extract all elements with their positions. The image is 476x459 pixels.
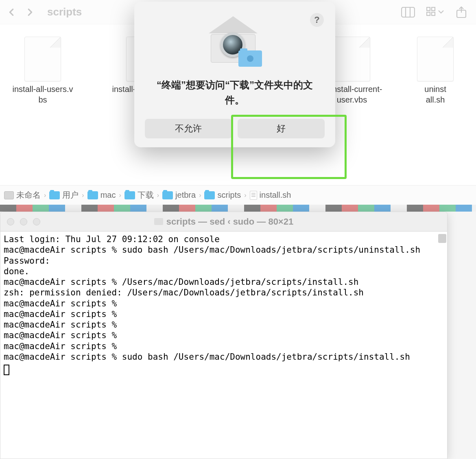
- forward-icon[interactable]: [25, 8, 34, 17]
- pathbar-label: jetbra: [175, 190, 196, 200]
- svg-rect-5: [427, 12, 430, 15]
- file-item[interactable]: uninstall.sh: [419, 37, 452, 185]
- folder-icon: [204, 191, 215, 199]
- finder-pathbar: 未命名› 用户› mac› 下载› jetbra› scripts› insta…: [0, 185, 476, 205]
- pathbar-segment[interactable]: jetbra: [162, 190, 196, 200]
- pathbar-segment[interactable]: install.sh: [250, 190, 291, 200]
- share-icon[interactable]: [456, 6, 467, 18]
- app-icon: ↓: [208, 16, 261, 69]
- pathbar-segment[interactable]: 用户: [49, 190, 79, 201]
- pathbar-label: mac: [100, 190, 116, 200]
- view-grid-icon[interactable]: [426, 7, 444, 17]
- back-icon[interactable]: [7, 8, 16, 17]
- folder-icon: [87, 191, 98, 199]
- folder-icon: [49, 191, 60, 199]
- terminal-cursor: [4, 365, 9, 375]
- pathbar-segment[interactable]: mac: [87, 190, 116, 200]
- file-icon: [417, 37, 454, 81]
- allow-button[interactable]: 好: [238, 119, 325, 138]
- dialog-buttons: 不允许 好: [145, 119, 325, 138]
- svg-rect-6: [432, 12, 435, 15]
- finder-toolbar-right: [401, 6, 467, 18]
- terminal-title: scripts — sed ‹ sudo — 80×21: [0, 216, 447, 227]
- close-window-icon[interactable]: [7, 218, 14, 225]
- folder-icon: [162, 191, 173, 199]
- view-columns-icon[interactable]: [401, 7, 415, 17]
- zoom-window-icon[interactable]: [33, 218, 40, 225]
- svg-rect-4: [432, 7, 435, 11]
- svg-rect-0: [402, 7, 415, 17]
- pathbar-label: 用户: [62, 190, 79, 201]
- minimize-window-icon[interactable]: [20, 218, 27, 225]
- pathbar-segment[interactable]: 未命名: [4, 190, 41, 201]
- scrollbar[interactable]: [438, 234, 446, 243]
- pathbar-label: 未命名: [16, 190, 41, 201]
- pathbar-segment[interactable]: scripts: [204, 190, 241, 200]
- terminal-window: scripts — sed ‹ sudo — 80×21 Last login:…: [0, 212, 448, 459]
- pathbar-segment[interactable]: 下载: [124, 190, 154, 201]
- pathbar-label: scripts: [217, 190, 241, 200]
- folder-icon: [154, 218, 163, 225]
- folder-icon: [124, 191, 135, 199]
- file-label: uninstall.sh: [423, 84, 448, 105]
- document-icon: [250, 191, 257, 200]
- help-icon[interactable]: ?: [310, 13, 324, 27]
- terminal-title-text: scripts — sed ‹ sudo — 80×21: [166, 216, 293, 227]
- disk-icon: [4, 191, 14, 199]
- file-item[interactable]: install-all-users.vbs: [8, 37, 77, 185]
- dialog-message: “终端”想要访问“下载”文件夹中的文件。: [145, 77, 325, 119]
- file-icon: [334, 37, 370, 81]
- window-controls: [7, 218, 40, 225]
- terminal-body[interactable]: Last login: Thu Jul 27 09:12:02 on conso…: [0, 232, 447, 459]
- terminal-titlebar[interactable]: scripts — sed ‹ sudo — 80×21: [0, 212, 447, 232]
- pathbar-label: 下载: [138, 190, 154, 201]
- pathbar-label: install.sh: [260, 190, 291, 200]
- permission-dialog: ? ↓ “终端”想要访问“下载”文件夹中的文件。 不允许 好: [134, 2, 335, 147]
- background-strip: [0, 205, 476, 212]
- svg-rect-3: [427, 7, 430, 11]
- deny-button[interactable]: 不允许: [145, 119, 232, 138]
- terminal-output: Last login: Thu Jul 27 09:12:02 on conso…: [4, 234, 444, 362]
- file-label: install-all-users.vbs: [10, 84, 75, 105]
- file-icon: [24, 37, 61, 81]
